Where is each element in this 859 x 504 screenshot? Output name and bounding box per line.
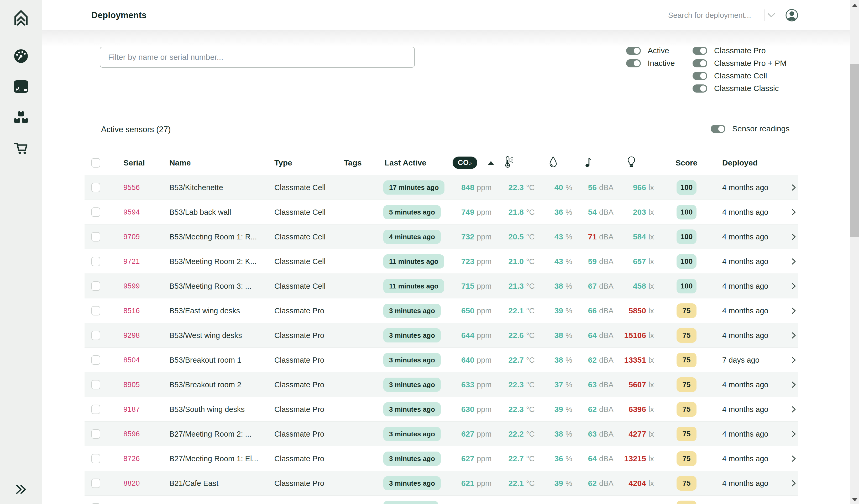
user-avatar[interactable]	[785, 9, 799, 23]
serial-link[interactable]: 9709	[123, 224, 140, 249]
table-row[interactable]	[85, 495, 798, 504]
serial-link[interactable]: 8905	[123, 372, 140, 397]
row-chevron-icon[interactable]	[790, 282, 797, 291]
type-toggle-group: Classmate ProClassmate Pro + PMClassmate…	[693, 47, 786, 92]
search-deployment-input[interactable]: Search for deployment...	[668, 0, 751, 30]
sort-ascending-icon[interactable]	[488, 161, 494, 165]
deployed-date: 4 months ago	[722, 249, 768, 274]
shop-cart-icon[interactable]	[14, 142, 28, 156]
sensor-readings-toggle[interactable]	[711, 125, 725, 133]
page-scrollbar[interactable]	[850, 0, 859, 504]
row-chevron-icon[interactable]	[790, 233, 797, 241]
col-deployed[interactable]: Deployed	[722, 151, 758, 175]
serial-link[interactable]: 8516	[123, 298, 140, 323]
home-logo-icon[interactable]	[13, 9, 29, 27]
table-row[interactable]: 9709 B53/Meeting Room 1: R... Classmate …	[85, 224, 798, 249]
expand-sidebar-icon[interactable]	[15, 484, 27, 496]
row-checkbox[interactable]	[91, 281, 100, 291]
score-badge: 100	[677, 254, 696, 269]
scrollbar-thumb[interactable]	[850, 64, 859, 237]
row-checkbox[interactable]	[91, 207, 100, 217]
col-serial[interactable]: Serial	[123, 151, 145, 175]
serial-link[interactable]: 9721	[123, 249, 140, 274]
table-row[interactable]: 9594 B53/Lab back wall Classmate Cell 5 …	[85, 200, 798, 224]
row-checkbox[interactable]	[91, 355, 100, 365]
serial-link[interactable]: 9594	[123, 200, 140, 224]
row-checkbox[interactable]	[91, 232, 100, 241]
toggle-classmate-cell[interactable]	[693, 72, 707, 80]
row-chevron-icon[interactable]	[790, 455, 797, 463]
sound-icon[interactable]	[585, 156, 592, 169]
row-chevron-icon[interactable]	[790, 381, 797, 389]
row-chevron-icon[interactable]	[790, 184, 797, 192]
col-last-active[interactable]: Last Active	[385, 151, 426, 175]
row-chevron-icon[interactable]	[790, 307, 797, 315]
light-cell: 657lx	[583, 249, 654, 274]
row-checkbox[interactable]	[91, 331, 100, 340]
row-chevron-icon[interactable]	[790, 430, 797, 439]
table-row[interactable]: 8905 B53/Breakout room 2 Classmate Pro 3…	[85, 372, 798, 397]
col-co2-badge[interactable]: CO₂	[453, 157, 477, 169]
serial-link[interactable]: 9187	[123, 397, 140, 422]
sensor-type: Classmate Pro	[274, 298, 324, 323]
score-badge: 100	[677, 279, 696, 294]
col-tags[interactable]: Tags	[344, 151, 362, 175]
deployed-date: 4 months ago	[722, 224, 768, 249]
scroll-up-arrow-icon[interactable]	[852, 4, 857, 7]
row-chevron-icon[interactable]	[790, 258, 797, 266]
devices-icon[interactable]	[13, 80, 29, 94]
row-checkbox[interactable]	[91, 306, 100, 315]
sensor-type: Classmate Cell	[274, 175, 326, 200]
table-row[interactable]: 9599 B53/Meeting Room 3: ... Classmate C…	[85, 273, 798, 298]
table-row[interactable]: 9298 B53/West wing desks Classmate Pro 3…	[85, 323, 798, 347]
row-chevron-icon[interactable]	[790, 332, 797, 340]
row-chevron-icon[interactable]	[790, 356, 797, 365]
serial-link[interactable]: 8504	[123, 348, 140, 372]
filter-input[interactable]	[100, 47, 415, 68]
toggle-active[interactable]	[626, 47, 641, 55]
humidity-icon[interactable]	[549, 156, 558, 169]
col-name[interactable]: Name	[169, 151, 191, 175]
toggle-classmate-pro-pm[interactable]	[693, 59, 707, 67]
col-type[interactable]: Type	[274, 151, 292, 175]
serial-link[interactable]: 9556	[123, 175, 140, 200]
light-cell: 966lx	[583, 175, 654, 200]
col-score[interactable]: Score	[676, 151, 697, 175]
chevron-down-icon[interactable]	[767, 13, 775, 19]
table-row[interactable]: 8820 B21/Cafe East Classmate Pro 3 minut…	[85, 471, 798, 495]
serial-link[interactable]: 9599	[123, 274, 140, 298]
row-checkbox[interactable]	[91, 429, 100, 439]
row-checkbox[interactable]	[91, 257, 100, 266]
scroll-down-arrow-icon[interactable]	[852, 498, 857, 501]
row-checkbox[interactable]	[91, 380, 100, 389]
deployments-blocks-icon[interactable]	[14, 110, 28, 125]
light-icon[interactable]	[627, 156, 636, 169]
row-checkbox[interactable]	[91, 454, 100, 463]
row-checkbox[interactable]	[91, 405, 100, 414]
serial-link[interactable]: 8820	[123, 471, 140, 495]
serial-link[interactable]: 8596	[123, 422, 140, 446]
row-checkbox[interactable]	[91, 478, 100, 488]
table-row[interactable]: 8726 B27/Meeting Room 1: El... Classmate…	[85, 446, 798, 471]
table-row[interactable]: 9556 B53/Kitchenette Classmate Cell 17 m…	[85, 175, 798, 200]
serial-link[interactable]: 8726	[123, 446, 140, 471]
light-cell	[583, 495, 648, 504]
toggle-classmate-classic[interactable]	[693, 84, 707, 93]
row-checkbox[interactable]	[91, 183, 100, 192]
table-row[interactable]: 8516 B53/East wing desks Classmate Pro 3…	[85, 298, 798, 323]
light-cell: 203lx	[583, 200, 654, 224]
toggle-inactive[interactable]	[626, 59, 641, 67]
table-row[interactable]: 8596 B27/Meeting Room 2: ... Classmate P…	[85, 421, 798, 446]
serial-link[interactable]: 9298	[123, 323, 140, 348]
row-chevron-icon[interactable]	[790, 406, 797, 414]
table-row[interactable]: 9721 B53/Meeting Room 2: K... Classmate …	[85, 249, 798, 273]
light-cell: 5850lx	[583, 298, 654, 323]
select-all-checkbox[interactable]	[91, 158, 100, 168]
row-chevron-icon[interactable]	[790, 208, 797, 217]
toggle-classmate-pro[interactable]	[693, 47, 707, 55]
temperature-icon[interactable]	[503, 156, 514, 170]
row-chevron-icon[interactable]	[790, 479, 797, 488]
table-row[interactable]: 8504 B53/Breakout room 1 Classmate Pro 3…	[85, 347, 798, 372]
table-row[interactable]: 9187 B53/South wing desks Classmate Pro …	[85, 397, 798, 421]
dashboard-gauge-icon[interactable]	[14, 49, 28, 64]
